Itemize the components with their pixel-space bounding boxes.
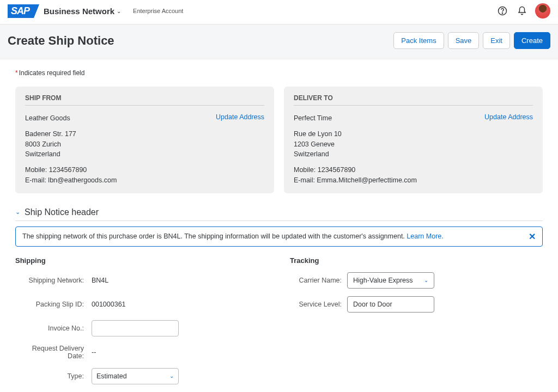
required-note: *Indicates required field: [15, 69, 543, 77]
create-button[interactable]: Create: [514, 32, 550, 49]
avatar[interactable]: [535, 3, 550, 19]
deliver-to-card: DELIVER TO Perfect Time Rue de Lyon 10 1…: [284, 87, 543, 193]
top-bar: SAP Business Network ⌄ Enterprise Accoun…: [0, 0, 558, 24]
invoice-input[interactable]: [92, 320, 179, 336]
exit-button[interactable]: Exit: [483, 32, 510, 49]
ship-from-text: Leather Goods Badener Str. 177 8003 Zuri…: [25, 113, 216, 186]
shipping-heading: Shipping: [15, 256, 268, 265]
banner-text: The shipping network of this purchase or…: [22, 232, 405, 240]
sap-logo: SAP: [8, 4, 34, 18]
tracking-column: Tracking Carrier Name: High-Value Expres…: [290, 256, 543, 393]
shipping-network-value: BN4L: [92, 277, 108, 284]
ship-from-update-link[interactable]: Update Address: [216, 113, 264, 186]
address-row: SHIP FROM Leather Goods Badener Str. 177…: [15, 87, 543, 193]
account-type: Enterprise Account: [133, 8, 183, 14]
shipping-network-label: Shipping Network:: [15, 277, 86, 284]
service-level-input[interactable]: Door to Door: [347, 296, 434, 313]
chevron-down-icon: ⌄: [15, 209, 20, 216]
packing-slip-value: 001000361: [92, 301, 126, 308]
page-title: Create Ship Notice: [8, 34, 390, 48]
packing-slip-label: Packing Slip ID:: [15, 301, 86, 308]
ship-from-heading: SHIP FROM: [25, 94, 264, 106]
svg-point-1: [502, 13, 502, 14]
section-title: Ship Notice header: [25, 207, 99, 217]
save-button[interactable]: Save: [448, 32, 480, 49]
content: *Indicates required field SHIP FROM Leat…: [0, 59, 558, 392]
deliver-to-text: Perfect Time Rue de Lyon 10 1203 Geneve …: [294, 113, 484, 186]
carrier-select[interactable]: High-Value Express ⌄: [347, 272, 434, 289]
chevron-down-icon: ⌄: [169, 373, 174, 379]
req-date-label: Request Delivery Date:: [15, 345, 86, 360]
brand-name: Business Network: [44, 7, 114, 16]
info-banner: The shipping network of this purchase or…: [15, 226, 543, 247]
req-date-value: --: [92, 348, 96, 356]
type-select[interactable]: Estimated ⌄: [92, 368, 179, 384]
shipping-column: Shipping Shipping Network: BN4L Packing …: [15, 256, 268, 393]
invoice-label: Invoice No.:: [15, 324, 86, 332]
tracking-heading: Tracking: [290, 256, 543, 265]
pack-items-button[interactable]: Pack Items: [393, 32, 444, 49]
deliver-to-update-link[interactable]: Update Address: [484, 113, 533, 186]
brand-dropdown-caret[interactable]: ⌄: [117, 8, 121, 14]
notifications-icon[interactable]: [514, 3, 530, 19]
chevron-down-icon: ⌄: [424, 277, 428, 283]
type-label: Type:: [15, 372, 86, 380]
carrier-label: Carrier Name:: [290, 277, 342, 284]
ship-from-card: SHIP FROM Leather Goods Badener Str. 177…: [15, 87, 274, 193]
service-level-label: Service Level:: [290, 301, 342, 308]
close-icon[interactable]: ✕: [529, 231, 536, 242]
help-icon[interactable]: [495, 3, 510, 19]
learn-more-link[interactable]: Learn More.: [407, 232, 443, 240]
page-header: Create Ship Notice Pack Items Save Exit …: [0, 24, 558, 59]
deliver-to-heading: DELIVER TO: [294, 94, 533, 106]
section-header-toggle[interactable]: ⌄ Ship Notice header: [15, 207, 543, 221]
